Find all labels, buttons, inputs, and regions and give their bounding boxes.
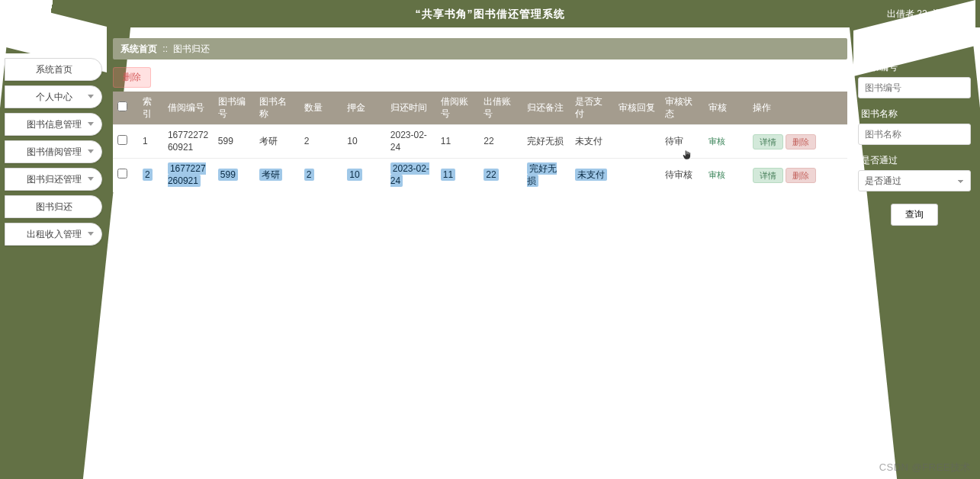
detail-button[interactable]: 详情 — [753, 168, 783, 183]
cell-borrow-acc: 11 — [436, 125, 480, 159]
cell-borrow-no: 1677227260921 — [163, 159, 214, 192]
col-deposit: 押金 — [342, 92, 386, 125]
cell-ops: 详情删除 — [748, 159, 847, 192]
cell-deposit: 10 — [342, 125, 386, 159]
cell-qty: 2 — [300, 159, 343, 192]
cell-lender-acc: 22 — [479, 125, 522, 159]
return-table: 索引 借阅编号 图书编号 图书名称 数量 押金 归还时间 借阅账号 出借账号 归… — [113, 92, 847, 192]
col-book-no: 图书编号 — [214, 92, 255, 125]
col-remark: 归还备注 — [522, 92, 571, 125]
cell-audit: 审核 — [704, 125, 749, 159]
toolbar: 删除 — [113, 64, 847, 92]
row-checkbox[interactable] — [117, 135, 127, 145]
sidebar-item-home[interactable]: 系统首页 — [5, 58, 102, 81]
cell-remark: 完好无损 — [522, 125, 571, 159]
col-borrow-acc: 借阅账号 — [436, 92, 480, 125]
table-row: 21677227260921599考研2102023-02-241122完好无损… — [113, 159, 847, 192]
watermark: CSDN @FREE技术 — [879, 461, 971, 474]
filter-approved-select[interactable]: 是否通过 — [858, 170, 971, 191]
audit-link[interactable]: 审核 — [708, 170, 725, 179]
cell-ops: 详情删除 — [748, 125, 847, 159]
cell-borrow-no: 1677227260921 — [163, 125, 214, 159]
cell-lender-acc: 22 — [479, 159, 522, 192]
cell-return-time: 2023-02-24 — [386, 125, 436, 159]
col-ops: 操作 — [748, 92, 847, 125]
audit-link[interactable]: 审核 — [708, 137, 725, 146]
filter-approved-label: 是否通过 — [858, 151, 971, 170]
filter-book-no-input[interactable] — [858, 77, 971, 98]
cell-return-time: 2023-02-24 — [386, 159, 436, 192]
batch-delete-button[interactable]: 删除 — [113, 67, 151, 88]
breadcrumb-current: 图书归还 — [173, 43, 210, 54]
cell-paid: 未支付 — [570, 125, 614, 159]
sidebar-item-return[interactable]: 图书归还管理 — [5, 168, 102, 191]
cell-checkbox — [113, 159, 138, 192]
breadcrumb-separator: :: — [159, 43, 171, 54]
col-paid: 是否支付 — [570, 92, 614, 125]
sidebar-item-book-info[interactable]: 图书信息管理 — [5, 113, 102, 136]
sidebar-item-borrow[interactable]: 图书借阅管理 — [5, 140, 102, 163]
cell-audit: 审核 — [704, 159, 749, 192]
cell-book-no: 599 — [214, 159, 255, 192]
cell-status: 待审核 — [660, 159, 704, 192]
cell-remark: 完好无损 — [522, 159, 571, 192]
cell-book-name: 考研 — [255, 125, 300, 159]
sidebar-menu: 系统首页 个人中心 图书信息管理 图书借阅管理 图书归还管理 图书归还 出租收入… — [0, 58, 107, 246]
cell-reply — [614, 125, 660, 159]
sidebar-item-income[interactable]: 出租收入管理 — [5, 223, 102, 246]
cell-book-name: 考研 — [255, 159, 300, 192]
query-button[interactable]: 查询 — [891, 204, 938, 226]
col-return-time: 归还时间 — [386, 92, 436, 125]
delete-button[interactable]: 删除 — [786, 168, 816, 183]
col-lender-acc: 出借账号 — [479, 92, 522, 125]
cell-checkbox — [113, 125, 138, 159]
select-all-checkbox[interactable] — [117, 101, 127, 111]
filter-book-name-label: 图书名称 — [858, 104, 971, 124]
filter-book-no-label: 图书编号 — [858, 58, 971, 77]
breadcrumb: 系统首页 :: 图书归还 — [113, 38, 847, 59]
col-reply: 审核回复 — [614, 92, 660, 125]
detail-button[interactable]: 详情 — [753, 134, 783, 149]
col-index: 索引 — [138, 92, 163, 125]
cell-status: 待审 — [660, 125, 704, 159]
col-qty: 数量 — [300, 92, 343, 125]
table-row: 11677227260921599考研2102023-02-241122完好无损… — [113, 125, 847, 159]
cell-reply — [614, 159, 660, 192]
col-audit: 审核 — [704, 92, 749, 125]
filter-book-name-input[interactable] — [858, 124, 971, 145]
top-bar: “共享书角”图书借还管理系统 出借者 22 退出登录 — [0, 0, 980, 27]
cell-borrow-acc: 11 — [436, 159, 480, 192]
col-status: 审核状态 — [660, 92, 704, 125]
breadcrumb-home[interactable]: 系统首页 — [120, 43, 157, 54]
sidebar-item-return-sub[interactable]: 图书归还 — [5, 195, 102, 218]
delete-button[interactable]: 删除 — [786, 134, 816, 149]
cell-qty: 2 — [300, 125, 343, 159]
cell-deposit: 10 — [342, 159, 386, 192]
sidebar-item-profile[interactable]: 个人中心 — [5, 85, 102, 108]
cell-index: 2 — [138, 159, 163, 192]
filter-panel: 图书编号 图书名称 是否通过 是否通过 查询 — [853, 58, 975, 226]
cell-index: 1 — [138, 125, 163, 159]
col-book-name: 图书名称 — [255, 92, 300, 125]
system-title: “共享书角”图书借还管理系统 — [416, 0, 565, 27]
cell-paid: 未支付 — [570, 159, 614, 192]
table-header-row: 索引 借阅编号 图书编号 图书名称 数量 押金 归还时间 借阅账号 出借账号 归… — [113, 92, 847, 125]
cell-book-no: 599 — [214, 125, 255, 159]
col-borrow-no: 借阅编号 — [163, 92, 214, 125]
row-checkbox[interactable] — [117, 169, 127, 178]
